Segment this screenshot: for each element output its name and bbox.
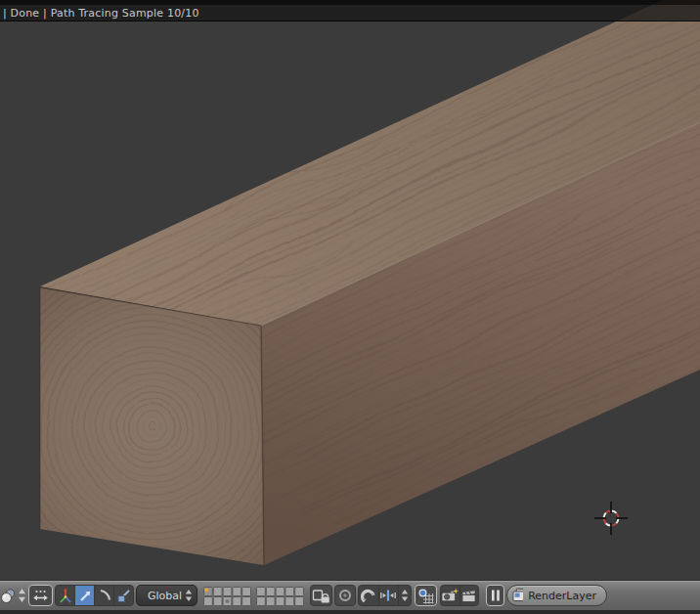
manipulator-enable-toggle[interactable] xyxy=(56,586,75,605)
manipulator-translate-toggle[interactable] xyxy=(75,586,95,605)
layer-grid-icon xyxy=(256,587,304,606)
snap-element-stepper[interactable] xyxy=(399,586,411,605)
proportional-edit-donut-icon xyxy=(336,587,354,604)
manipulate-centers-toggle[interactable] xyxy=(28,585,53,606)
layer-grid-icon xyxy=(203,587,251,606)
viewport-shading-sphere-icon xyxy=(0,587,16,605)
snap-target-icon xyxy=(416,587,435,605)
render-status-bar: | Done | Path Tracing Sample 10/10 xyxy=(0,0,700,22)
render-layer-dropdown[interactable]: RenderLayer xyxy=(506,585,607,606)
manipulator-rotate-toggle[interactable] xyxy=(95,586,114,605)
viewport-header-toolbar: Global xyxy=(0,581,700,610)
window-bottom-edge xyxy=(0,610,700,614)
lock-to-scene-toggle[interactable] xyxy=(310,585,332,606)
render-camera-icon xyxy=(441,588,459,603)
transform-orientation-value: Global xyxy=(148,590,182,602)
snap-increment-icon xyxy=(379,587,397,604)
lock-icon xyxy=(312,588,330,604)
transform-manipulator-group xyxy=(55,585,134,606)
snap-magnet-icon xyxy=(360,587,377,604)
snap-toggle[interactable] xyxy=(359,586,379,605)
layer-buttons-group-1[interactable] xyxy=(203,587,251,606)
3d-viewport[interactable] xyxy=(0,0,700,581)
manipulator-scale-toggle[interactable] xyxy=(114,586,133,605)
blender-window: | Done | Path Tracing Sample 10/10 xyxy=(0,0,700,614)
transform-orientation-dropdown[interactable]: Global xyxy=(136,585,197,606)
pause-render-button[interactable] xyxy=(486,585,504,606)
snap-target-button[interactable] xyxy=(415,585,437,606)
translate-arrow-icon xyxy=(76,587,94,604)
viewport-shading-stepper[interactable] xyxy=(17,585,26,606)
stepper-arrows-icon xyxy=(401,589,409,602)
render-layers-icon xyxy=(511,588,523,604)
pause-icon xyxy=(490,589,502,602)
render-layer-value: RenderLayer xyxy=(528,590,596,602)
dropdown-stepper-icon xyxy=(185,589,193,602)
manipulate-centers-icon xyxy=(32,589,49,603)
scale-icon xyxy=(115,587,133,604)
opengl-render-image-button[interactable] xyxy=(441,586,460,605)
viewport-shading-dropdown[interactable] xyxy=(0,585,16,606)
rotate-arc-icon xyxy=(96,587,113,604)
snap-element-dropdown[interactable] xyxy=(379,586,400,605)
snap-settings-group xyxy=(358,585,412,606)
stepper-arrows-icon xyxy=(18,588,26,603)
manipulator-axis-icon xyxy=(57,587,74,604)
opengl-render-animation-button[interactable] xyxy=(460,586,479,605)
clapperboard-icon xyxy=(460,588,478,603)
proportional-editing-dropdown[interactable] xyxy=(334,585,356,606)
opengl-render-group xyxy=(440,585,479,606)
layer-buttons-group-2[interactable] xyxy=(256,587,304,606)
render-status-text: | Done | Path Tracing Sample 10/10 xyxy=(3,7,199,20)
